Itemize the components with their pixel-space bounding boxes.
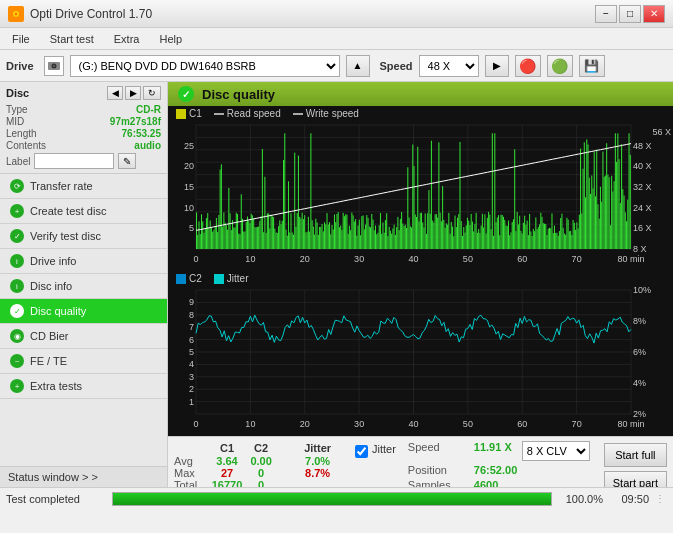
title-bar: Opti Drive Control 1.70 − □ ✕ [0, 0, 673, 28]
verify-test-disc-icon: ✓ [10, 229, 24, 243]
legend-c1-label: C1 [189, 108, 202, 119]
svg-point-2 [15, 13, 17, 15]
avg-c1: 3.64 [210, 455, 244, 467]
type-key: Type [6, 104, 28, 115]
sidebar-item-transfer-rate[interactable]: ⟳ Transfer rate [0, 174, 167, 199]
stats-max-row: Max 27 0 8.7% [174, 467, 337, 479]
save-button[interactable]: 💾 [579, 55, 605, 77]
fe-te-icon: ~ [10, 354, 24, 368]
progress-bar-fill [113, 493, 551, 505]
disc-section: Disc ◀ ▶ ↻ Type CD-R MID 97m27s18f Lengt… [0, 82, 167, 174]
contents-val: audio [134, 140, 161, 151]
elapsed-time: 09:50 [609, 493, 649, 505]
fe-te-label: FE / TE [30, 355, 67, 367]
content-area: ✓ Disc quality C1 Read speed Write speed [168, 82, 673, 487]
label-key: Label [6, 156, 30, 167]
avg-jitter: 7.0% [298, 455, 337, 467]
legend-c2-label: C2 [189, 273, 202, 284]
menu-start-test[interactable]: Start test [42, 31, 102, 47]
clv-select[interactable]: 8 X CLV [522, 441, 590, 461]
svg-point-5 [53, 65, 55, 67]
disc-prev-button[interactable]: ◀ [107, 86, 123, 100]
total-c2: 0 [244, 479, 278, 487]
total-label: Total [174, 479, 210, 487]
length-val: 76:53.25 [122, 128, 161, 139]
disc-next-button[interactable]: ▶ [125, 86, 141, 100]
menu-bar: File Start test Extra Help [0, 28, 673, 50]
chart-legend: C1 Read speed Write speed [168, 106, 673, 121]
sidebar-item-disc-info[interactable]: i Disc info [0, 274, 167, 299]
menu-extra[interactable]: Extra [106, 31, 148, 47]
menu-help[interactable]: Help [151, 31, 190, 47]
speed-arrow-button[interactable]: ▶ [485, 55, 509, 77]
window-title: Opti Drive Control 1.70 [30, 7, 152, 21]
position-key: Position [408, 464, 468, 476]
disc-quality-header-icon: ✓ [178, 86, 194, 102]
main-layout: Disc ◀ ▶ ↻ Type CD-R MID 97m27s18f Lengt… [0, 82, 673, 487]
sidebar-item-fe-te[interactable]: ~ FE / TE [0, 349, 167, 374]
disc-info-icon: i [10, 279, 24, 293]
drive-bar: Drive (G:) BENQ DVD DD DW1640 BSRB ▲ Spe… [0, 50, 673, 82]
mid-key: MID [6, 116, 24, 127]
status-window-button[interactable]: Status window > > [0, 466, 167, 487]
cd-bier-label: CD Bier [30, 330, 69, 342]
jitter-checkbox[interactable] [355, 445, 368, 458]
max-jitter: 8.7% [298, 467, 337, 479]
c2-legend-color [176, 274, 186, 284]
speed-key: Speed [408, 441, 468, 461]
legend-jitter-label: Jitter [227, 273, 249, 284]
avg-c2: 0.00 [244, 455, 278, 467]
samples-val: 4600 [474, 479, 498, 487]
close-button[interactable]: ✕ [643, 5, 665, 23]
stats-row: C1 C2 Jitter Avg 3.64 0.00 7.0% [168, 436, 673, 487]
status-window-label: Status window > > [8, 471, 98, 483]
sidebar-item-disc-quality[interactable]: ✓ Disc quality [0, 299, 167, 324]
jitter-checkbox-label: Jitter [372, 443, 396, 455]
samples-row: Samples 4600 [408, 479, 590, 487]
chart2-legend: C2 Jitter [168, 271, 673, 286]
resize-grip: ⋮ [655, 493, 667, 505]
max-c2: 0 [244, 467, 278, 479]
disc-refresh-button[interactable]: ↻ [143, 86, 161, 100]
menu-file[interactable]: File [4, 31, 38, 47]
sidebar-item-verify-test-disc[interactable]: ✓ Verify test disc [0, 224, 167, 249]
eject-button[interactable]: ▲ [346, 55, 370, 77]
create-test-disc-label: Create test disc [30, 205, 106, 217]
stats-table-container: C1 C2 Jitter Avg 3.64 0.00 7.0% [168, 437, 351, 487]
legend-read-speed: Read speed [214, 108, 281, 119]
sidebar-item-extra-tests[interactable]: + Extra tests [0, 374, 167, 399]
start-part-button[interactable]: Start part [604, 471, 667, 487]
sidebar-item-cd-bier[interactable]: ◉ CD Bier [0, 324, 167, 349]
sidebar-item-drive-info[interactable]: i Drive info [0, 249, 167, 274]
label-input[interactable] [34, 153, 114, 169]
speed-info-container: Speed 11.91 X 8 X CLV Position 76:52.00 … [400, 437, 598, 487]
sidebar-item-create-test-disc[interactable]: + Create test disc [0, 199, 167, 224]
legend-c2: C2 [176, 273, 202, 284]
drive-select[interactable]: (G:) BENQ DVD DD DW1640 BSRB [70, 55, 340, 77]
minimize-button[interactable]: − [595, 5, 617, 23]
drive-info-icon: i [10, 254, 24, 268]
cd-bier-icon: ◉ [10, 329, 24, 343]
maximize-button[interactable]: □ [619, 5, 641, 23]
read-speed-legend-color [214, 113, 224, 115]
green-circle-button[interactable]: 🟢 [547, 55, 573, 77]
speed-select[interactable]: 48 X [419, 55, 479, 77]
c2-header: C2 [244, 441, 278, 455]
max-c1: 27 [210, 467, 244, 479]
transfer-rate-label: Transfer rate [30, 180, 93, 192]
label-edit-button[interactable]: ✎ [118, 153, 136, 169]
c2-jitter-chart [168, 286, 673, 436]
total-c1: 16770 [210, 479, 244, 487]
position-row: Position 76:52.00 [408, 464, 590, 476]
drive-info-label: Drive info [30, 255, 76, 267]
progress-percentage: 100.0% [558, 493, 603, 505]
contents-key: Contents [6, 140, 46, 151]
disc-section-label: Disc [6, 87, 29, 99]
avg-label: Avg [174, 455, 210, 467]
disc-quality-header: ✓ Disc quality [168, 82, 673, 106]
chart1-container [168, 121, 673, 271]
red-circle-button[interactable]: 🔴 [515, 55, 541, 77]
start-full-button[interactable]: Start full [604, 443, 667, 467]
type-val: CD-R [136, 104, 161, 115]
app-icon [8, 6, 24, 22]
